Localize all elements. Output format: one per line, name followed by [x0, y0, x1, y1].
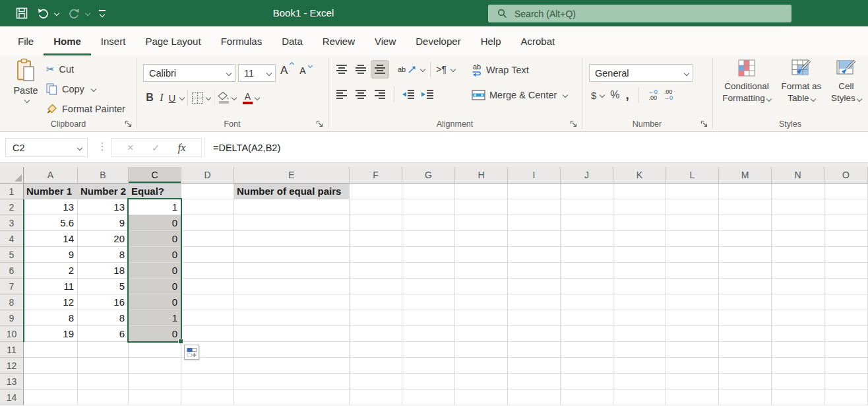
cell-O9[interactable]: [824, 310, 868, 326]
cell-E5[interactable]: [234, 247, 350, 263]
cell-F13[interactable]: [350, 374, 402, 389]
cell-C2[interactable]: 1: [129, 199, 181, 215]
row-header-7[interactable]: 7: [0, 279, 24, 294]
column-header-A[interactable]: A: [24, 167, 78, 184]
cell-B7[interactable]: 5: [78, 279, 129, 294]
save-icon[interactable]: [16, 7, 28, 19]
conditional-formatting-button[interactable]: Conditional Formatting: [716, 58, 777, 104]
cell-H3[interactable]: [455, 215, 508, 231]
column-header-L[interactable]: L: [666, 167, 719, 184]
cell-G7[interactable]: [402, 279, 455, 294]
cell-F14[interactable]: [350, 389, 402, 405]
cell-O8[interactable]: [824, 294, 868, 310]
align-right-icon[interactable]: [371, 86, 388, 103]
cell-A1[interactable]: Number 1: [24, 184, 78, 199]
underline-dropdown-icon[interactable]: [179, 95, 185, 100]
cell-L4[interactable]: [666, 231, 719, 247]
cell-O2[interactable]: [824, 199, 868, 215]
cell-E11[interactable]: [234, 342, 350, 358]
cell-K8[interactable]: [613, 294, 666, 310]
cell-E12[interactable]: [234, 358, 350, 374]
row-header-10[interactable]: 10: [0, 326, 24, 342]
cell-F12[interactable]: [350, 358, 402, 374]
cell-B1[interactable]: Number 2: [78, 184, 129, 199]
cell-J1[interactable]: [561, 184, 613, 199]
cell-N8[interactable]: [772, 294, 824, 310]
cell-E7[interactable]: [234, 279, 350, 294]
font-size-dropdown-icon[interactable]: [266, 70, 272, 75]
cell-O14[interactable]: [824, 389, 868, 405]
paste-dropdown-icon[interactable]: [24, 98, 30, 103]
cell-B2[interactable]: 13: [78, 199, 129, 215]
cell-N4[interactable]: [772, 231, 824, 247]
cell-O10[interactable]: [824, 326, 868, 342]
cell-H13[interactable]: [455, 374, 508, 389]
cell-B5[interactable]: 8: [78, 247, 129, 263]
cell-E10[interactable]: [234, 326, 350, 342]
cell-J4[interactable]: [561, 231, 613, 247]
tab-home[interactable]: Home: [44, 26, 91, 55]
cell-L11[interactable]: [666, 342, 719, 358]
cell-E14[interactable]: [234, 389, 350, 405]
align-left-icon[interactable]: [333, 86, 350, 103]
cell-O6[interactable]: [824, 263, 868, 279]
cell-G5[interactable]: [402, 247, 455, 263]
fill-color-dropdown-icon[interactable]: [232, 95, 237, 100]
cell-I14[interactable]: [508, 389, 561, 405]
cell-E13[interactable]: [234, 374, 350, 389]
column-header-M[interactable]: M: [719, 167, 772, 184]
cell-I9[interactable]: [508, 310, 561, 326]
column-header-D[interactable]: D: [181, 167, 234, 184]
cell-B11[interactable]: [78, 342, 129, 358]
cell-O4[interactable]: [824, 231, 868, 247]
cell-I7[interactable]: [508, 279, 561, 294]
cell-M5[interactable]: [719, 247, 772, 263]
tab-data[interactable]: Data: [272, 26, 313, 55]
cell-B12[interactable]: [78, 358, 129, 374]
column-header-I[interactable]: I: [508, 167, 561, 184]
increase-font-size-icon[interactable]: A: [280, 64, 293, 77]
cell-O12[interactable]: [824, 358, 868, 374]
cell-D4[interactable]: [181, 231, 234, 247]
cell-C10[interactable]: 0: [129, 326, 181, 342]
cell-D6[interactable]: [181, 263, 234, 279]
tab-help[interactable]: Help: [471, 26, 511, 55]
cell-F8[interactable]: [350, 294, 402, 310]
cell-G6[interactable]: [402, 263, 455, 279]
cell-A14[interactable]: [24, 389, 78, 405]
format-as-table-dropdown-icon[interactable]: [810, 96, 815, 101]
top-align-icon[interactable]: [333, 61, 350, 78]
cell-G13[interactable]: [402, 374, 455, 389]
row-header-13[interactable]: 13: [0, 374, 24, 389]
cell-H10[interactable]: [455, 326, 508, 342]
cell-J8[interactable]: [561, 294, 613, 310]
cell-D2[interactable]: [181, 199, 234, 215]
cell-L5[interactable]: [666, 247, 719, 263]
cell-G14[interactable]: [402, 389, 455, 405]
cell-M13[interactable]: [719, 374, 772, 389]
cell-E9[interactable]: [234, 310, 350, 326]
cell-styles-button[interactable]: Cell Styles: [826, 58, 867, 104]
cell-O1[interactable]: [824, 184, 868, 199]
cell-K3[interactable]: [613, 215, 666, 231]
cell-H6[interactable]: [455, 263, 508, 279]
cell-L2[interactable]: [666, 199, 719, 215]
cell-M4[interactable]: [719, 231, 772, 247]
tab-review[interactable]: Review: [313, 26, 365, 55]
paste-button[interactable]: Paste: [7, 58, 45, 121]
cell-M14[interactable]: [719, 389, 772, 405]
cell-A9[interactable]: 8: [24, 310, 78, 326]
cell-M1[interactable]: [719, 184, 772, 199]
cell-K12[interactable]: [613, 358, 666, 374]
column-header-E[interactable]: E: [234, 167, 350, 184]
cell-C12[interactable]: [129, 358, 181, 374]
cell-B13[interactable]: [78, 374, 129, 389]
cell-F9[interactable]: [350, 310, 402, 326]
column-header-F[interactable]: F: [350, 167, 402, 184]
cell-C4[interactable]: 0: [129, 231, 181, 247]
cell-B14[interactable]: [78, 389, 129, 405]
comma-style-icon[interactable]: ,: [626, 88, 629, 102]
cell-K11[interactable]: [613, 342, 666, 358]
decrease-indent-icon[interactable]: [400, 86, 417, 103]
enter-icon[interactable]: ✓: [152, 142, 160, 154]
